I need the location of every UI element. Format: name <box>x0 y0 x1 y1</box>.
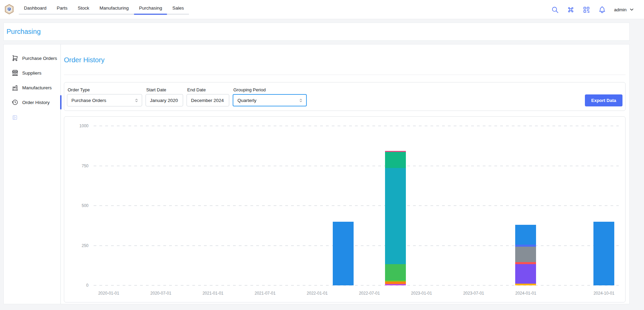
tab-stock[interactable]: Stock <box>73 3 95 14</box>
bar-segment[interactable] <box>593 222 614 285</box>
y-gridline <box>94 166 619 166</box>
tab-purchasing[interactable]: Purchasing <box>134 3 167 14</box>
tab-parts[interactable]: Parts <box>52 3 73 14</box>
chart-area: 025050075010002020-01-012020-07-012021-0… <box>64 117 625 302</box>
bar-2024-10-01[interactable] <box>593 222 614 285</box>
sidebar-item-label: Purchase Orders <box>22 56 57 61</box>
top-navbar: DashboardPartsStockManufacturingPurchasi… <box>0 0 644 19</box>
bar-2024-01-01[interactable] <box>515 225 536 285</box>
navbar-actions: admin <box>551 0 634 19</box>
start-date-input[interactable] <box>146 94 183 106</box>
chevron-down-icon <box>629 7 634 12</box>
bar-segment[interactable] <box>515 247 536 262</box>
order-type-field: Order Type Purchase Orders <box>67 87 142 106</box>
x-tick-label: 2023-01-01 <box>411 291 432 296</box>
bar-2022-04-01[interactable] <box>333 222 354 285</box>
sidebar-item-suppliers[interactable]: Suppliers <box>4 66 60 79</box>
x-tick-label: 2022-07-01 <box>359 291 380 296</box>
history-icon <box>12 99 18 106</box>
sidebar-item-purchase-orders[interactable]: Purchase Orders <box>4 52 60 65</box>
order-type-select[interactable]: Purchase Orders <box>67 94 142 106</box>
page-title: Order History <box>64 56 626 64</box>
order-history-chart: 025050075010002020-01-012020-07-012021-0… <box>64 116 626 302</box>
x-tick-label: 2020-01-01 <box>98 291 119 296</box>
bar-segment[interactable] <box>385 168 406 264</box>
divider <box>64 75 626 75</box>
bar-segment[interactable] <box>515 264 536 284</box>
bar-2022-10-01[interactable] <box>385 151 406 285</box>
x-tick-label: 2020-07-01 <box>150 291 171 296</box>
sidebar: Purchase OrdersSuppliersManufacturersOrd… <box>4 44 61 304</box>
tab-sales[interactable]: Sales <box>167 3 189 14</box>
y-gridline <box>94 205 619 206</box>
x-tick-label: 2024-01-01 <box>515 291 536 296</box>
bar-segment[interactable] <box>515 284 536 285</box>
end-date-label: End Date <box>187 87 229 92</box>
y-tick-label: 1000 <box>64 124 88 128</box>
x-tick-label: 2023-07-01 <box>463 291 484 296</box>
bar-segment[interactable] <box>385 152 406 168</box>
sidebar-collapse-icon[interactable] <box>12 115 18 120</box>
y-gridline <box>94 245 619 246</box>
command-icon[interactable] <box>567 6 575 14</box>
bar-segment[interactable] <box>385 264 406 280</box>
end-date-field: End Date <box>187 87 229 106</box>
qrcode-icon[interactable] <box>583 6 590 14</box>
shopping-cart-icon <box>12 55 18 62</box>
user-menu[interactable]: admin <box>614 7 634 12</box>
sidebar-item-label: Order History <box>22 100 50 105</box>
bell-icon[interactable] <box>598 6 606 14</box>
sidebar-item-manufacturers[interactable]: Manufacturers <box>4 81 60 94</box>
x-tick-label: 2021-01-01 <box>203 291 223 296</box>
bar-segment[interactable] <box>333 222 354 285</box>
start-date-field: Start Date <box>146 87 183 106</box>
breadcrumb-purchasing[interactable]: Purchasing <box>6 28 41 36</box>
grouping-period-select[interactable]: Quarterly <box>233 94 307 106</box>
content-panel: Order History Order Type Purchase Orders… <box>61 44 629 304</box>
y-tick-label: 750 <box>64 164 88 168</box>
tab-dashboard[interactable]: Dashboard <box>19 3 52 14</box>
y-gridline <box>94 285 619 286</box>
filter-bar: Order Type Purchase Orders Start Date En… <box>64 82 626 111</box>
app-logo-icon[interactable] <box>4 4 14 14</box>
bar-segment[interactable] <box>515 225 536 245</box>
username: admin <box>614 7 627 12</box>
order-type-value: Purchase Orders <box>71 98 106 103</box>
selector-icon <box>298 98 303 103</box>
grouping-period-field: Grouping Period Quarterly <box>233 87 307 106</box>
start-date-label: Start Date <box>146 87 183 92</box>
grouping-period-label: Grouping Period <box>233 87 307 92</box>
breadcrumb-panel: Purchasing <box>3 23 630 41</box>
x-tick-label: 2024-10-01 <box>593 291 614 296</box>
building-store-icon <box>12 69 18 76</box>
navbar-icon-group <box>551 6 606 14</box>
sidebar-item-order-history[interactable]: Order History <box>4 96 60 109</box>
export-data-button[interactable]: Export Data <box>585 94 622 106</box>
sidebar-item-label: Suppliers <box>22 70 41 76</box>
main-nav-tabs: DashboardPartsStockManufacturingPurchasi… <box>19 3 189 15</box>
y-tick-label: 500 <box>64 203 88 208</box>
selector-icon <box>134 98 139 103</box>
y-tick-label: 0 <box>64 283 88 288</box>
order-type-label: Order Type <box>67 87 142 92</box>
search-icon[interactable] <box>551 6 559 14</box>
y-tick-label: 250 <box>64 243 88 248</box>
x-tick-label: 2021-07-01 <box>255 291 275 296</box>
grouping-period-value: Quarterly <box>237 98 257 103</box>
sidebar-item-label: Manufacturers <box>22 85 52 90</box>
tab-manufacturing[interactable]: Manufacturing <box>94 3 134 14</box>
end-date-input[interactable] <box>187 94 229 106</box>
y-gridline <box>94 126 619 126</box>
factory-icon <box>12 84 18 91</box>
x-tick-label: 2022-01-01 <box>307 291 328 296</box>
bar-segment[interactable] <box>385 284 406 285</box>
main-panel: Purchase OrdersSuppliersManufacturersOrd… <box>3 44 630 304</box>
